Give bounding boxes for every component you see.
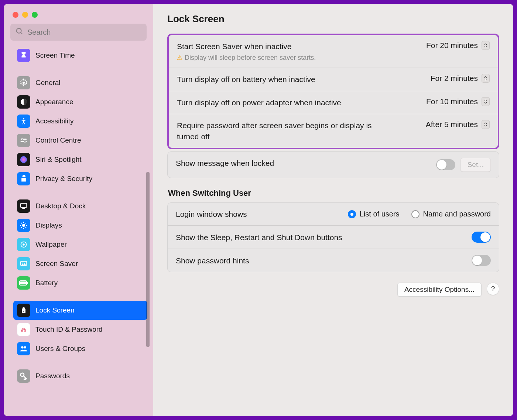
search-icon	[16, 27, 24, 37]
warning-icon: ⚠	[177, 54, 182, 62]
svg-point-22	[23, 243, 25, 246]
key-icon	[17, 369, 30, 383]
row-label: Show message when locked	[176, 158, 274, 168]
svg-line-17	[21, 223, 22, 223]
sidebar-item-label: Screen Saver	[35, 260, 78, 268]
lock-message-panel: Show message when locked Set...	[167, 151, 499, 178]
svg-point-7	[21, 139, 23, 140]
privacy-icon	[17, 172, 30, 185]
svg-rect-27	[27, 282, 28, 284]
lock-icon	[17, 304, 30, 317]
svg-point-12	[22, 224, 25, 227]
svg-point-30	[21, 346, 23, 348]
search-field[interactable]	[10, 24, 147, 41]
sidebar-item-accessibility[interactable]: Accessibility	[13, 112, 147, 131]
sidebar-item-appearance[interactable]: Appearance	[13, 92, 147, 112]
radio-icon	[348, 210, 356, 218]
displays-icon	[17, 219, 30, 232]
sidebar-item-label: Privacy & Security	[35, 175, 92, 183]
svg-point-9	[20, 156, 27, 163]
system-settings-window: Screen TimeGeneralAppearanceAccessibilit…	[4, 4, 513, 416]
show-message-toggle[interactable]	[436, 159, 455, 170]
sidebar-item-label: Battery	[35, 279, 58, 287]
svg-line-1	[21, 33, 23, 34]
control-centre-icon	[17, 134, 30, 147]
sidebar-item-lock-screen[interactable]: Lock Screen	[13, 301, 147, 320]
svg-point-8	[24, 141, 26, 143]
display-battery-time-dropdown[interactable]: For 2 minutes	[431, 74, 490, 83]
sidebar-item-desktop-dock[interactable]: Desktop & Dock	[13, 197, 147, 216]
battery-icon	[17, 276, 30, 290]
sidebar-item-screen-saver[interactable]: Screen Saver	[13, 254, 147, 273]
sidebar-item-label: General	[35, 79, 61, 87]
row-label: Require password after screen saver begi…	[177, 120, 384, 142]
radio-icon	[411, 210, 420, 218]
chevron-updown-icon	[482, 41, 490, 50]
hourglass-icon	[17, 49, 30, 62]
sidebar-item-label: Screen Time	[35, 51, 75, 59]
svg-point-2	[23, 82, 25, 84]
require-password-time-dropdown[interactable]: After 5 minutes	[426, 120, 490, 129]
sidebar-item-general[interactable]: General	[13, 73, 147, 92]
switching-user-heading: When Switching User	[168, 188, 499, 198]
display-off-battery-row: Turn display off on battery when inactiv…	[169, 68, 498, 91]
content-pane: Lock Screen Start Screen Saver when inac…	[153, 4, 513, 416]
screen-saver-time-dropdown[interactable]: For 20 minutes	[426, 41, 490, 50]
help-button[interactable]: ?	[487, 283, 499, 295]
close-window-button[interactable]	[13, 12, 18, 18]
minimize-window-button[interactable]	[22, 12, 28, 18]
svg-line-19	[21, 227, 22, 228]
set-message-button[interactable]: Set...	[460, 158, 491, 172]
window-controls	[4, 4, 153, 24]
sidebar-item-label: Accessibility	[35, 117, 73, 125]
svg-point-4	[23, 118, 24, 120]
sidebar-item-label: Appearance	[35, 98, 73, 106]
sidebar-item-label: Desktop & Dock	[35, 202, 86, 210]
row-warning: ⚠ Display will sleep before screen saver…	[177, 54, 316, 62]
sidebar-item-label: Users & Groups	[35, 345, 85, 353]
login-list-users-radio[interactable]: List of users	[348, 210, 400, 218]
search-input[interactable]	[27, 28, 141, 37]
row-label: Show password hints	[176, 255, 249, 266]
sidebar-item-wallpaper[interactable]: Wallpaper	[13, 235, 147, 254]
sidebar-item-displays[interactable]: Displays	[13, 216, 147, 235]
sidebar-item-label: Lock Screen	[35, 306, 75, 314]
svg-point-29	[23, 311, 24, 312]
screen-saver-inactive-row: Start Screen Saver when inactive ⚠ Displ…	[169, 35, 498, 68]
display-off-power-row: Turn display off on power adapter when i…	[169, 91, 498, 114]
touchid-icon	[17, 323, 30, 336]
sidebar-item-screen-time[interactable]: Screen Time	[13, 46, 147, 65]
users-icon	[17, 342, 30, 355]
row-label: Turn display off on battery when inactiv…	[177, 74, 315, 85]
require-password-row: Require password after screen saver begi…	[169, 114, 498, 148]
screensaver-icon	[17, 257, 30, 270]
sidebar-item-privacy-security[interactable]: Privacy & Security	[13, 169, 147, 188]
sidebar-item-label: Wallpaper	[35, 240, 67, 249]
chevron-updown-icon	[482, 97, 490, 106]
gear-icon	[17, 76, 30, 89]
fullscreen-window-button[interactable]	[32, 12, 38, 18]
svg-point-31	[24, 346, 26, 348]
accessibility-options-button[interactable]: Accessibility Options...	[397, 283, 482, 297]
svg-point-24	[22, 263, 23, 264]
sidebar-list[interactable]: Screen TimeGeneralAppearanceAccessibilit…	[4, 46, 153, 416]
sidebar-item-users-groups[interactable]: Users & Groups	[13, 339, 147, 358]
sidebar-item-label: Touch ID & Password	[35, 325, 103, 334]
show-password-hints-toggle[interactable]	[472, 255, 491, 266]
login-name-password-radio[interactable]: Name and password	[411, 210, 491, 218]
svg-line-18	[25, 227, 26, 228]
display-power-time-dropdown[interactable]: For 10 minutes	[426, 97, 490, 106]
page-title: Lock Screen	[167, 13, 499, 25]
sidebar-item-touch-id-password[interactable]: Touch ID & Password	[13, 320, 147, 339]
sidebar-item-siri-spotlight[interactable]: Siri & Spotlight	[13, 150, 147, 169]
row-label: Login window shows	[176, 209, 247, 219]
sidebar-item-battery[interactable]: Battery	[13, 273, 147, 293]
show-sleep-buttons-toggle[interactable]	[472, 232, 491, 243]
sidebar-item-passwords[interactable]: Passwords	[13, 366, 147, 386]
scrollbar[interactable]	[146, 172, 150, 347]
row-label: Start Screen Saver when inactive	[177, 41, 316, 52]
sidebar-item-label: Displays	[35, 221, 62, 229]
sidebar-item-control-centre[interactable]: Control Centre	[13, 131, 147, 150]
desktop-icon	[17, 199, 30, 213]
wallpaper-icon	[17, 238, 30, 251]
